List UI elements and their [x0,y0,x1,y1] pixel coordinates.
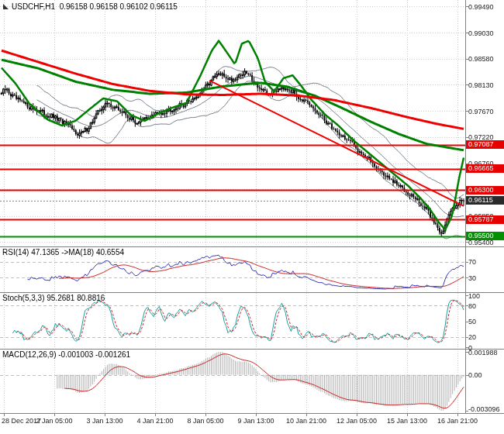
price-level-label: 0.95500 [466,232,504,240]
rsi-axis-label: 70 [468,258,476,266]
rsi-axis-label: 30 [468,274,476,282]
y-axis-label: 0.99490 [468,3,494,11]
axis-labels-layer: 0.994900.990300.985800.981300.976700.972… [0,0,504,434]
x-axis-label: 15 Jan 13:00 [387,417,427,425]
macd-indicator-label: MACD(12,26,9) -0.001003 -0.001261 [2,350,130,359]
chart-ohlc-values: 0.96158 0.96158 0.96102 0.96115 [60,2,178,11]
y-axis-label: 0.99030 [468,29,494,37]
stoch-axis-label: 50 [468,318,476,326]
x-axis-label: 16 Jan 21:00 [437,417,478,425]
x-axis-label: 9 Jan 13:00 [237,417,274,425]
x-axis-label: 12 Jan 05:00 [337,417,377,425]
x-axis-label: 10 Jan 21:00 [286,417,326,425]
stoch-axis-label: 80 [468,302,476,310]
macd-axis-label: 0.001988 [468,349,498,356]
chart-symbol-title: USDCHF,H1 [12,2,55,11]
chart-window: 0.994900.990300.985800.981300.976700.972… [0,0,504,434]
price-level-label: 0.96665 [466,164,504,173]
stoch-axis-label: 100 [468,292,480,300]
y-axis-label: 0.98580 [468,55,494,63]
price-level-label: 0.97087 [466,140,504,149]
stoch-indicator-label: Stoch(5,3,3) 95.2681 80.8816 [2,294,105,302]
stoch-axis-label: 20 [468,333,476,341]
y-axis-label: 0.98130 [468,81,494,89]
y-axis-label: 0.97670 [468,108,494,115]
price-level-label: 0.95787 [466,215,504,224]
macd-axis-label: 0.00 [468,371,482,379]
x-axis-label: 28 Dec 2017 [2,417,41,425]
price-level-label: 0.96300 [466,186,504,195]
chart-corner-icon [3,4,9,9]
macd-axis-label: -0.003096 [468,405,500,413]
chart-title: USDCHF,H1 0.96158 0.96158 0.96102 0.9611… [12,2,178,11]
x-axis-label: 8 Jan 05:00 [187,417,223,425]
x-axis-label: 2 Jan 05:00 [36,417,72,425]
rsi-indicator-label: RSI(14) 47.1365 ->MA(18) 40.6554 [2,248,124,257]
current-price-label: 0.96115 [466,196,504,205]
x-axis-label: 3 Jan 13:00 [86,417,123,425]
x-axis-label: 4 Jan 21:00 [136,417,173,425]
